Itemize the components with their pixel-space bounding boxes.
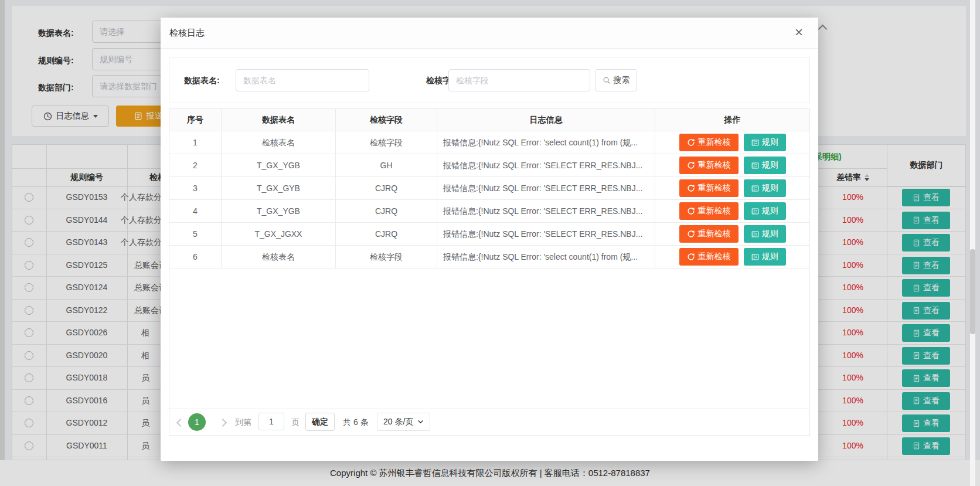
rule-label: 规则 xyxy=(762,183,778,193)
recheck-label: 重新检核 xyxy=(698,137,731,148)
rule-book-icon xyxy=(751,139,759,147)
log-table-body: 1检核表名检核字段报错信息:{!Nutz SQL Error: 'select … xyxy=(169,131,809,269)
row-check-field: CJRQ xyxy=(336,223,437,246)
col-header-check-field: 检核字段 xyxy=(336,109,437,131)
row-check-field: 检核字段 xyxy=(336,131,437,154)
row-check-field: CJRQ xyxy=(336,200,437,223)
row-table-name: T_GX_JGXX xyxy=(222,223,336,246)
search-field-input[interactable] xyxy=(448,69,590,91)
search-icon xyxy=(603,76,611,84)
row-actions: 重新检核规则 xyxy=(655,246,809,269)
row-actions: 重新检核规则 xyxy=(655,223,809,246)
rule-button[interactable]: 规则 xyxy=(744,248,786,266)
rule-label: 规则 xyxy=(762,229,778,239)
rule-button[interactable]: 规则 xyxy=(744,179,786,197)
refresh-icon xyxy=(687,230,695,238)
total-count-label: 共 6 条 xyxy=(343,417,369,428)
page-scrollbar[interactable] xyxy=(970,0,975,486)
rule-button[interactable]: 规则 xyxy=(744,134,786,151)
row-index: 6 xyxy=(169,246,222,269)
recheck-label: 重新检核 xyxy=(698,206,731,216)
refresh-icon xyxy=(687,161,695,169)
recheck-label: 重新检核 xyxy=(698,229,731,239)
check-log-modal: 检核日志 × 数据表名: 检核字段: 搜索 序号 数据表名 检核字段 日志信息 … xyxy=(161,18,818,461)
recheck-button[interactable]: 重新检核 xyxy=(679,202,739,220)
rule-button[interactable]: 规则 xyxy=(744,202,786,220)
rule-label: 规则 xyxy=(762,160,778,171)
goto-suffix-label: 页 xyxy=(291,417,300,428)
recheck-label: 重新检核 xyxy=(698,183,731,193)
rule-book-icon xyxy=(751,185,759,192)
next-page-icon[interactable] xyxy=(219,419,227,427)
row-check-field: CJRQ xyxy=(336,177,437,200)
close-icon[interactable]: × xyxy=(792,24,805,40)
rule-button[interactable]: 规则 xyxy=(744,225,786,243)
col-header-log-info: 日志信息 xyxy=(437,109,655,131)
row-table-name: T_GX_YGB xyxy=(222,154,336,177)
row-table-name: T_GX_GYB xyxy=(222,177,336,200)
refresh-icon xyxy=(687,253,695,261)
row-table-name: 检核表名 xyxy=(222,246,336,269)
goto-page-input[interactable] xyxy=(258,413,284,430)
rule-button[interactable]: 规则 xyxy=(744,157,786,174)
col-header-actions: 操作 xyxy=(655,109,809,131)
page-size-select[interactable]: 20 条/页 xyxy=(377,413,430,431)
row-index: 5 xyxy=(169,223,222,246)
log-table-row: 3T_GX_GYBCJRQ报错信息:{!Nutz SQL Error: 'SEL… xyxy=(169,177,809,200)
row-log-message: 报错信息:{!Nutz SQL Error: 'select count(1) … xyxy=(437,246,655,269)
recheck-button[interactable]: 重新检核 xyxy=(679,248,739,266)
recheck-button[interactable]: 重新检核 xyxy=(679,179,739,197)
rule-label: 规则 xyxy=(762,137,778,148)
rule-book-icon xyxy=(751,253,759,261)
search-table-label: 数据表名: xyxy=(184,76,220,86)
search-button-label: 搜索 xyxy=(614,75,630,86)
search-button[interactable]: 搜索 xyxy=(595,69,637,91)
modal-table-box: 序号 数据表名 检核字段 日志信息 操作 1检核表名检核字段报错信息:{!Nut… xyxy=(169,108,810,436)
chevron-down-icon xyxy=(417,419,424,425)
refresh-icon xyxy=(687,207,695,215)
current-page-button[interactable]: 1 xyxy=(188,413,206,431)
row-log-message: 报错信息:{!Nutz SQL Error: 'SELECT ERR_RES.N… xyxy=(437,223,655,246)
row-log-message: 报错信息:{!Nutz SQL Error: 'SELECT ERR_RES.N… xyxy=(437,200,655,223)
recheck-button[interactable]: 重新检核 xyxy=(679,225,739,243)
recheck-label: 重新检核 xyxy=(698,252,731,262)
rule-book-icon xyxy=(751,230,759,238)
col-header-index: 序号 xyxy=(169,109,222,131)
row-check-field: GH xyxy=(336,154,437,177)
row-check-field: 检核字段 xyxy=(336,246,437,269)
row-index: 2 xyxy=(169,154,222,177)
recheck-label: 重新检核 xyxy=(698,160,731,171)
goto-confirm-button[interactable]: 确定 xyxy=(305,413,335,431)
log-table-header: 序号 数据表名 检核字段 日志信息 操作 xyxy=(169,109,809,131)
log-table-row: 1检核表名检核字段报错信息:{!Nutz SQL Error: 'select … xyxy=(169,131,809,154)
refresh-icon xyxy=(687,138,695,147)
row-index: 4 xyxy=(169,200,222,223)
row-log-message: 报错信息:{!Nutz SQL Error: 'SELECT ERR_RES.N… xyxy=(437,177,655,200)
row-actions: 重新检核规则 xyxy=(655,154,809,177)
rule-label: 规则 xyxy=(762,206,778,216)
rule-label: 规则 xyxy=(762,252,778,262)
rule-book-icon xyxy=(751,162,759,169)
row-actions: 重新检核规则 xyxy=(655,131,809,154)
prev-page-icon[interactable] xyxy=(176,419,185,427)
log-table-row: 6检核表名检核字段报错信息:{!Nutz SQL Error: 'select … xyxy=(169,246,809,269)
row-log-message: 报错信息:{!Nutz SQL Error: 'select count(1) … xyxy=(437,131,655,154)
row-actions: 重新检核规则 xyxy=(655,177,809,200)
modal-search-panel: 数据表名: 检核字段: 搜索 xyxy=(169,57,810,103)
row-index: 1 xyxy=(169,131,222,154)
log-table-row: 2T_GX_YGBGH报错信息:{!Nutz SQL Error: 'SELEC… xyxy=(169,154,809,177)
row-table-name: 检核表名 xyxy=(222,131,336,154)
rule-book-icon xyxy=(751,208,759,215)
row-table-name: T_GX_YGB xyxy=(222,200,336,223)
pagination-bar: 1 到第 页 确定 共 6 条 20 条/页 xyxy=(169,409,809,435)
refresh-icon xyxy=(687,184,695,192)
col-header-table-name: 数据表名 xyxy=(222,109,336,131)
search-table-input[interactable] xyxy=(236,69,369,91)
modal-header: 检核日志 × xyxy=(161,18,818,49)
scrollbar-thumb[interactable] xyxy=(970,249,975,334)
recheck-button[interactable]: 重新检核 xyxy=(679,134,739,151)
page-size-value: 20 条/页 xyxy=(383,417,413,427)
row-index: 3 xyxy=(169,177,222,200)
recheck-button[interactable]: 重新检核 xyxy=(679,157,739,174)
row-actions: 重新检核规则 xyxy=(655,200,809,223)
